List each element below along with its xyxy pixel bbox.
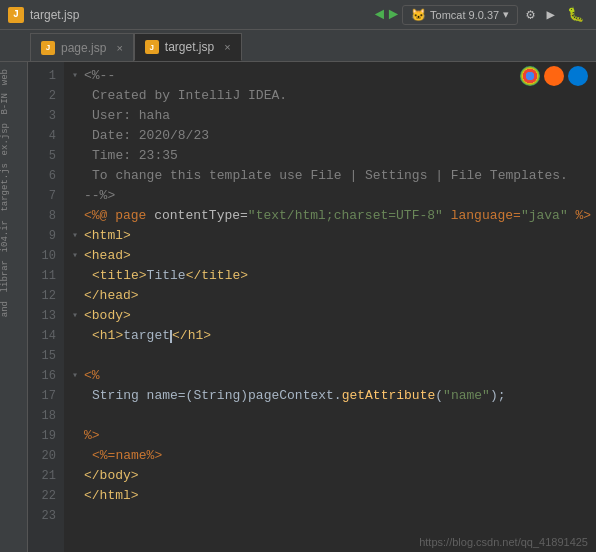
line-num-4: 4 [28, 126, 56, 146]
code-content[interactable]: ▾<%-- Created by IntelliJ IDEA. User: ha… [64, 62, 596, 552]
code-line-6: To change this template use File | Setti… [72, 166, 596, 186]
firefox-icon[interactable] [544, 66, 564, 86]
title-bar-right: ◄ ► 🐱 Tomcat 9.0.37 ▾ ⚙ ▶ 🐛 [375, 4, 588, 25]
line-num-11: 11 [28, 266, 56, 286]
code-line-4: Date: 2020/8/23 [72, 126, 596, 146]
fold-9[interactable]: ▾ [72, 226, 82, 246]
tab-page-label: page.jsp [61, 41, 106, 55]
code-line-3: User: haha [72, 106, 596, 126]
line-num-13: 13 [28, 306, 56, 326]
sidebar-item-librar[interactable]: librar [0, 257, 27, 295]
line-num-5: 5 [28, 146, 56, 166]
line-num-23: 23 [28, 506, 56, 526]
code-area[interactable]: 1 2 3 4 5 6 7 8 9 10 11 12 13 14 15 16 1… [28, 62, 596, 552]
line-num-8: 8 [28, 206, 56, 226]
tab-target-label: target.jsp [165, 40, 214, 54]
line-num-18: 18 [28, 406, 56, 426]
line-num-7: 7 [28, 186, 56, 206]
tab-bar: J page.jsp × J target.jsp × [0, 30, 596, 62]
tomcat-dropdown-icon: ▾ [503, 8, 509, 21]
code-line-13: ▾<body> [72, 306, 596, 326]
code-line-17: String name=(String)pageContext.getAttri… [72, 386, 596, 406]
code-line-5: Time: 23:35 [72, 146, 596, 166]
line-num-1: 1 [28, 66, 56, 86]
tomcat-badge[interactable]: 🐱 Tomcat 9.0.37 ▾ [402, 5, 518, 25]
code-line-23 [72, 506, 596, 526]
line-num-10: 10 [28, 246, 56, 266]
line-num-20: 20 [28, 446, 56, 466]
line-num-19: 19 [28, 426, 56, 446]
line-num-17: 17 [28, 386, 56, 406]
code-line-1: ▾<%-- [72, 66, 596, 86]
fold-1[interactable]: ▾ [72, 66, 82, 86]
line-num-14: 14 [28, 326, 56, 346]
code-line-7: --%> [72, 186, 596, 206]
tab-target-close[interactable]: × [224, 41, 230, 53]
settings-icon[interactable]: ⚙ [522, 4, 538, 25]
line-num-2: 2 [28, 86, 56, 106]
edge-icon[interactable] [568, 66, 588, 86]
title-bar-text: target.jsp [30, 8, 79, 22]
fold-10[interactable]: ▾ [72, 246, 82, 266]
sidebar-item-b-in[interactable]: B-IN [0, 90, 27, 118]
nav-forward-btn[interactable]: ► [388, 6, 398, 24]
main-area: web B-IN ex.jsp target.js i04.ir librar … [0, 62, 596, 552]
fold-16[interactable]: ▾ [72, 366, 82, 386]
app-icon: J [8, 7, 24, 23]
watermark: https://blog.csdn.net/qq_41891425 [419, 536, 588, 548]
tomcat-label: Tomcat 9.0.37 [430, 9, 499, 21]
tab-page-close[interactable]: × [116, 42, 122, 54]
code-line-19: %> [72, 426, 596, 446]
sidebar-item-web[interactable]: web [0, 66, 27, 88]
line-num-15: 15 [28, 346, 56, 366]
code-line-20: <%=name%> [72, 446, 596, 466]
fold-13[interactable]: ▾ [72, 306, 82, 326]
tab-target-icon: J [145, 40, 159, 54]
code-line-8: <%@ page contentType="text/html;charset=… [72, 206, 596, 226]
title-bar: J target.jsp ◄ ► 🐱 Tomcat 9.0.37 ▾ ⚙ ▶ 🐛 [0, 0, 596, 30]
code-line-9: ▾<html> [72, 226, 596, 246]
tab-page[interactable]: J page.jsp × [30, 33, 134, 61]
sidebar-item-i04[interactable]: i04.ir [0, 217, 27, 255]
code-line-2: Created by IntelliJ IDEA. [72, 86, 596, 106]
sidebar-item-target[interactable]: target.js [0, 160, 27, 215]
run-icon[interactable]: ▶ [543, 4, 559, 25]
code-line-22: </html> [72, 486, 596, 506]
nav-back-btn[interactable]: ◄ [375, 6, 385, 24]
line-num-22: 22 [28, 486, 56, 506]
code-line-21: </body> [72, 466, 596, 486]
tab-target[interactable]: J target.jsp × [134, 33, 242, 61]
sidebar-item-ex[interactable]: ex.jsp [0, 120, 27, 158]
code-line-18 [72, 406, 596, 426]
line-num-21: 21 [28, 466, 56, 486]
line-numbers: 1 2 3 4 5 6 7 8 9 10 11 12 13 14 15 16 1… [28, 62, 64, 552]
line-num-3: 3 [28, 106, 56, 126]
code-line-10: ▾<head> [72, 246, 596, 266]
code-line-11: <title>Title</title> [72, 266, 596, 286]
tab-page-icon: J [41, 41, 55, 55]
debug-icon[interactable]: 🐛 [563, 4, 588, 25]
line-num-16: 16 [28, 366, 56, 386]
sidebar: web B-IN ex.jsp target.js i04.ir librar … [0, 62, 28, 552]
code-line-16: ▾<% [72, 366, 596, 386]
browser-icons [520, 66, 588, 86]
line-num-12: 12 [28, 286, 56, 306]
line-num-6: 6 [28, 166, 56, 186]
code-line-14: <h1>target</h1> [72, 326, 596, 346]
code-line-15 [72, 346, 596, 366]
code-line-12: </head> [72, 286, 596, 306]
chrome-icon[interactable] [520, 66, 540, 86]
line-num-9: 9 [28, 226, 56, 246]
sidebar-item-and[interactable]: and [0, 298, 27, 320]
tomcat-icon: 🐱 [411, 8, 426, 22]
